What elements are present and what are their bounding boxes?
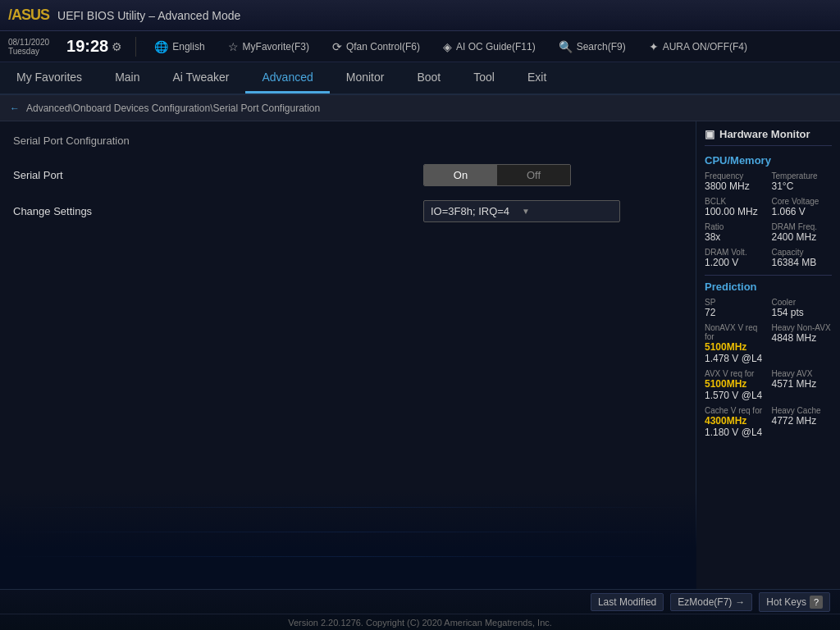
qfan-label: Qfan Control(F6): [346, 41, 420, 52]
nav-exit[interactable]: Exit: [511, 62, 563, 94]
heavy-cache-value: 4772 MHz: [772, 415, 833, 427]
sp-value: 72: [705, 307, 765, 318]
ai-icon: ◈: [443, 40, 452, 53]
hw-monitor-title: Hardware Monitor: [719, 128, 810, 140]
change-settings-label: Change Settings: [13, 205, 423, 217]
aioc-label: AI OC Guide(F11): [456, 41, 536, 52]
core-voltage-label: Core Voltage: [772, 197, 833, 206]
breadcrumb-arrow[interactable]: ←: [10, 103, 20, 114]
time-wrapper: 19:28 ⚙: [66, 37, 122, 56]
footer: Last Modified EzMode(F7) → Hot Keys ? Ve…: [0, 589, 840, 630]
nav-advanced[interactable]: Advanced: [245, 62, 329, 94]
globe-icon: 🌐: [154, 40, 168, 53]
last-modified-label: Last Modified: [598, 596, 656, 608]
aura-label: AURA ON/OFF(F4): [663, 41, 747, 52]
monitor-icon: ▣: [705, 128, 714, 140]
avx-freq: 5100MHz: [705, 378, 765, 390]
search-button[interactable]: 🔍 Search(F9): [554, 39, 631, 55]
serial-port-label: Serial Port: [13, 169, 423, 181]
nav-main[interactable]: Main: [98, 62, 156, 94]
ez-mode-button[interactable]: EzMode(F7) →: [670, 593, 752, 611]
left-content: Serial Port Configuration Serial Port On…: [0, 121, 696, 589]
temperature-item: Temperature 31°C: [772, 171, 833, 192]
datetime: 08/11/2020 Tuesday: [8, 38, 49, 56]
serial-port-row: Serial Port On Off: [0, 157, 696, 193]
io-irq-dropdown[interactable]: IO=3F8h; IRQ=4 ▼: [423, 200, 620, 222]
cooler-item: Cooler 154 pts: [772, 298, 833, 318]
heavy-avx-label: Heavy AVX: [772, 369, 833, 378]
cache-row: Cache V req for 4300MHz 1.180 V @L4 Heav…: [705, 406, 832, 438]
sp-item: SP 72: [705, 298, 765, 318]
nav-monitor[interactable]: Monitor: [330, 62, 401, 94]
dram-freq-item: DRAM Freq. 2400 MHz: [772, 222, 833, 243]
cache-voltage: 1.180 V @L4: [705, 427, 765, 438]
toggle-on-button[interactable]: On: [424, 165, 497, 185]
search-label: Search(F9): [577, 41, 626, 52]
time-display: 19:28: [66, 37, 108, 56]
aura-button[interactable]: ✦ AURA ON/OFF(F4): [644, 39, 752, 55]
section-title: Serial Port Configuration: [0, 130, 696, 157]
info-icon[interactable]: ℹ: [16, 558, 39, 581]
ratio-value: 38x: [705, 231, 765, 243]
aioc-button[interactable]: ◈ AI OC Guide(F11): [438, 39, 541, 55]
avx-left: AVX V req for 5100MHz 1.570 V @L4: [705, 369, 765, 401]
bclk-value: 100.00 MHz: [705, 206, 765, 217]
dram-volt-value: 1.200 V: [705, 257, 765, 268]
ratio-item: Ratio 38x: [705, 222, 765, 243]
frequency-label: Frequency: [705, 171, 765, 180]
nav-my-favorites[interactable]: My Favorites: [0, 62, 98, 94]
nonavx-label: NonAVX V req for: [705, 323, 765, 341]
last-modified-button[interactable]: Last Modified: [591, 593, 664, 611]
change-settings-row: Change Settings IO=3F8h; IRQ=4 ▼: [0, 193, 696, 229]
nonavx-freq: 5100MHz: [705, 341, 765, 353]
heavy-avx-right: Heavy AVX 4571 MHz: [772, 369, 833, 401]
myfavorite-button[interactable]: ☆ MyFavorite(F3): [223, 39, 314, 55]
change-settings-control: IO=3F8h; IRQ=4 ▼: [423, 200, 682, 222]
breadcrumb: ← Advanced\Onboard Devices Configuration…: [0, 95, 840, 121]
capacity-item: Capacity 16384 MB: [772, 248, 833, 268]
heavy-cache-right: Heavy Cache 4772 MHz: [772, 406, 833, 438]
serial-port-control: On Off: [423, 164, 682, 186]
version-text: Version 2.20.1276. Copyright (C) 2020 Am…: [288, 618, 552, 628]
dram-freq-label: DRAM Freq.: [772, 222, 833, 231]
core-voltage-value: 1.066 V: [772, 206, 833, 217]
nav-boot[interactable]: Boot: [400, 62, 457, 94]
day-display: Tuesday: [8, 47, 49, 56]
dram-volt-label: DRAM Volt.: [705, 248, 765, 257]
footer-version: Version 2.20.1276. Copyright (C) 2020 Am…: [0, 614, 840, 630]
capacity-label: Capacity: [772, 248, 833, 257]
cpu-memory-grid: Frequency 3800 MHz Temperature 31°C BCLK…: [705, 171, 832, 268]
dram-volt-item: DRAM Volt. 1.200 V: [705, 248, 765, 268]
heavy-avx-value: 4571 MHz: [772, 378, 833, 390]
dram-freq-value: 2400 MHz: [772, 231, 833, 243]
toolbar-separator: [135, 37, 136, 57]
toggle-off-button[interactable]: Off: [497, 165, 570, 185]
cpu-memory-section: CPU/Memory: [705, 154, 832, 167]
nav-tool[interactable]: Tool: [457, 62, 511, 94]
avx-label: AVX V req for: [705, 369, 765, 378]
frequency-item: Frequency 3800 MHz: [705, 171, 765, 192]
hot-keys-label: Hot Keys: [766, 596, 806, 608]
temperature-value: 31°C: [772, 180, 833, 192]
hot-keys-button[interactable]: Hot Keys ?: [759, 592, 830, 612]
avx-voltage: 1.570 V @L4: [705, 390, 765, 401]
settings-icon[interactable]: ⚙: [112, 40, 122, 53]
heavy-nonavx-value: 4848 MHz: [772, 332, 833, 344]
fan-icon: ⟳: [332, 40, 342, 53]
frequency-value: 3800 MHz: [705, 180, 765, 192]
heavy-nonavx-right: Heavy Non-AVX 4848 MHz: [772, 323, 833, 364]
ez-mode-label: EzMode(F7): [678, 596, 732, 608]
hw-monitor-header: ▣ Hardware Monitor: [705, 128, 832, 146]
date-display: 08/11/2020: [8, 38, 49, 47]
language-selector[interactable]: 🌐 English: [149, 39, 209, 55]
cooler-value: 154 pts: [772, 307, 833, 318]
qfan-button[interactable]: ⟳ Qfan Control(F6): [327, 39, 425, 55]
breadcrumb-path: Advanced\Onboard Devices Configuration\S…: [26, 103, 320, 114]
serial-port-toggle[interactable]: On Off: [423, 164, 571, 186]
cooler-label: Cooler: [772, 298, 833, 307]
main-area: Serial Port Configuration Serial Port On…: [0, 121, 840, 589]
nav-ai-tweaker[interactable]: Ai Tweaker: [156, 62, 245, 94]
star-icon: ☆: [228, 40, 239, 53]
temperature-label: Temperature: [772, 171, 833, 180]
header-bar: /ASUS UEFI BIOS Utility – Advanced Mode: [0, 0, 840, 31]
